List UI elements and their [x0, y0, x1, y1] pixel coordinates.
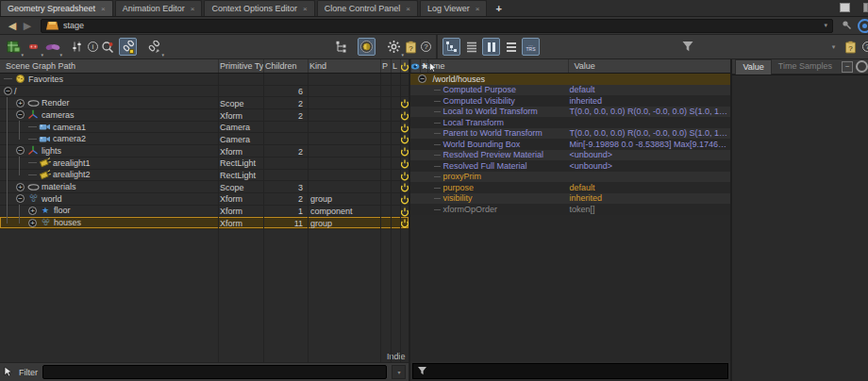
- help-clipboard-icon[interactable]: ?: [842, 38, 860, 56]
- view-columns-icon[interactable]: [482, 38, 500, 56]
- expand-icon[interactable]: +: [16, 99, 25, 108]
- pane-maximize-button[interactable]: [840, 3, 850, 12]
- tree-row-camera2[interactable]: camera2Camera·: [0, 133, 409, 145]
- tree-row-arealight1[interactable]: arealight1RectLight·: [0, 157, 409, 170]
- tabbar-spacer: [509, 0, 840, 16]
- tree-row-arealight2[interactable]: arealight2RectLight·: [0, 170, 409, 182]
- back-arrow-button[interactable]: ◀: [5, 21, 20, 31]
- filter-funnel-icon[interactable]: [678, 38, 696, 56]
- collapse-icon[interactable]: −: [418, 75, 426, 83]
- inspect-icon[interactable]: [98, 38, 116, 56]
- property-row-resolved-preview-material[interactable]: Resolved Preview Material<unbound>: [410, 150, 730, 161]
- visibility-column-icon[interactable]: [410, 62, 420, 73]
- property-value: <unbound>: [569, 161, 727, 171]
- tab-log-viewer[interactable]: Log Viewer×: [420, 0, 488, 16]
- tree-row-floor[interactable]: +★floorXform1component·: [0, 206, 409, 218]
- property-row-computed-visibility[interactable]: Computed Visibilityinherited: [410, 95, 730, 107]
- view-trs-icon[interactable]: ···TRS: [522, 38, 540, 56]
- tree-row-lights[interactable]: −lightsXform2·: [0, 145, 409, 157]
- tree-filter-input[interactable]: [42, 365, 387, 379]
- column-children[interactable]: Children: [265, 61, 297, 71]
- property-row-proxyprim[interactable]: proxyPrim: [410, 172, 730, 183]
- side-tab-value[interactable]: Value: [735, 59, 771, 75]
- link-enabled-icon[interactable]: [119, 38, 137, 56]
- properties-empty-area: [410, 215, 730, 362]
- tree-row-camera1[interactable]: camera1Camera·: [0, 122, 409, 134]
- view-list-icon[interactable]: [462, 38, 480, 56]
- forward-arrow-button[interactable]: ▶: [20, 21, 35, 31]
- tree-row-houses[interactable]: +✩✩✩housesXform11group·: [0, 217, 409, 229]
- select-column-icon[interactable]: [428, 62, 437, 75]
- close-tab-icon[interactable]: ×: [191, 5, 195, 13]
- activate-column-icon[interactable]: [400, 62, 409, 74]
- help-icon[interactable]: ?: [859, 38, 868, 56]
- hierarchy-icon[interactable]: [332, 38, 350, 56]
- collapse-icon[interactable]: −: [4, 87, 12, 95]
- close-tab-icon[interactable]: ×: [406, 5, 410, 13]
- close-tab-icon[interactable]: ×: [476, 5, 480, 13]
- lookdev-icon[interactable]: [358, 38, 376, 56]
- path-dropdown-icon[interactable]: ▾: [824, 22, 827, 29]
- close-tab-icon[interactable]: ×: [101, 5, 106, 13]
- tree-row-favorites[interactable]: Favorites: [0, 74, 409, 86]
- expand-icon[interactable]: +: [16, 183, 25, 191]
- view-tree-icon[interactable]: [442, 38, 460, 56]
- tree-row--[interactable]: −/6: [0, 86, 409, 98]
- collapse-icon[interactable]: −: [16, 146, 25, 155]
- tilde-button[interactable]: ~: [842, 61, 853, 73]
- property-name: Local to World Transform: [442, 107, 537, 116]
- property-row-parent-to-world-transform[interactable]: Parent to World TransformT(0.0, 0.0, 0.0…: [410, 128, 730, 140]
- mask-icon[interactable]: ▾: [43, 38, 61, 56]
- geometry-spreadsheet-icon[interactable]: ▾: [5, 38, 23, 56]
- property-value: Min[-9.19898 0.0 -8.53883] Max[9.17464 3…: [569, 140, 727, 149]
- pin-icon[interactable]: [842, 20, 852, 32]
- link-edit-icon[interactable]: ▾: [145, 38, 163, 56]
- filter-dropdown-button[interactable]: ▾: [392, 365, 406, 379]
- property-row-visibility[interactable]: visibilityinherited: [410, 193, 730, 205]
- camera-icon: [38, 135, 51, 143]
- link-target-icon[interactable]: [858, 19, 868, 33]
- collapse-icon[interactable]: −: [16, 194, 25, 203]
- property-row-xformoporder[interactable]: xformOpOrdertoken[]: [410, 204, 730, 215]
- pane-split-button[interactable]: [863, 3, 868, 12]
- settings-gear-icon[interactable]: ▾: [385, 38, 403, 56]
- favorites-icon: [13, 74, 26, 84]
- column-kind[interactable]: Kind: [309, 61, 326, 71]
- tab-clone-control-panel[interactable]: Clone Control Panel×: [317, 0, 418, 16]
- column-scene-graph-path[interactable]: Scene Graph Path: [6, 61, 75, 71]
- tree-row-render[interactable]: +RenderScope2·: [0, 97, 409, 109]
- path-field[interactable]: stage ▾: [41, 19, 833, 33]
- collapse-icon[interactable]: −: [16, 110, 25, 119]
- column-p[interactable]: P: [382, 61, 388, 71]
- property-row-local-transform[interactable]: Local Transform: [410, 117, 730, 128]
- expand-icon[interactable]: +: [28, 219, 37, 227]
- add-tab-button[interactable]: +: [489, 0, 508, 16]
- activate-toggle[interactable]: [400, 219, 409, 230]
- tree-row-cameras[interactable]: −camerasXform2·: [0, 109, 409, 122]
- tab-animation-editor[interactable]: Animation Editor×: [115, 0, 203, 16]
- property-row-world-bounding-box[interactable]: World Bounding BoxMin[-9.19898 0.0 -8.53…: [410, 139, 730, 150]
- overflow-circle-button[interactable]: [856, 60, 868, 73]
- help-icon[interactable]: ?: [417, 38, 435, 56]
- point-attributes-icon[interactable]: ▾: [25, 38, 42, 56]
- column-primitive-type[interactable]: Primitive Ty: [220, 61, 263, 71]
- svg-text:?: ?: [409, 44, 413, 53]
- column-l[interactable]: L: [392, 61, 397, 71]
- property-row-local-to-world-transform[interactable]: Local to World TransformT(0.0, 0.0, 0.0)…: [410, 107, 730, 118]
- dropdown-caret-icon[interactable]: ▾: [825, 38, 843, 56]
- column-value[interactable]: Value: [569, 59, 594, 73]
- close-tab-icon[interactable]: ×: [303, 5, 308, 13]
- side-tab-time-samples[interactable]: Time Samples: [772, 59, 839, 74]
- properties-filter-bar[interactable]: [412, 363, 728, 379]
- expand-icon[interactable]: +: [28, 207, 37, 215]
- tree-row-materials[interactable]: +materialsScope3·: [0, 181, 409, 193]
- property-row-purpose[interactable]: purposedefault: [410, 182, 730, 193]
- prim-path-row[interactable]: −/world/houses: [410, 74, 730, 85]
- filter-cursor-icon[interactable]: [3, 366, 14, 379]
- property-row-computed-purpose[interactable]: Computed Purposedefault: [410, 85, 730, 96]
- tab-geometry-spreadsheet[interactable]: Geometry Spreadsheet×: [0, 0, 113, 16]
- view-rows-icon[interactable]: [502, 38, 520, 56]
- tree-row-world[interactable]: −✩✩✩worldXform2group·: [0, 193, 409, 206]
- tab-context-options-editor[interactable]: Context Options Editor×: [204, 0, 314, 16]
- property-row-resolved-full-material[interactable]: Resolved Full Material<unbound>: [410, 160, 730, 172]
